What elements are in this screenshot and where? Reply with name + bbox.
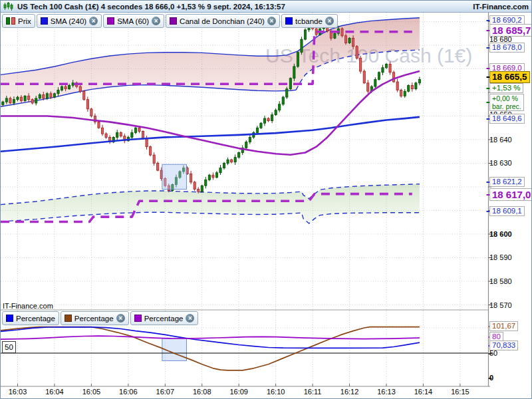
indicator-color-swatch	[6, 315, 13, 322]
brand-link[interactable]: IT-Finance.com	[473, 3, 529, 11]
close-icon[interactable]: ×	[116, 314, 125, 323]
chart-window: US Tech 100 Cash (1€) 4 secondes 18 666,…	[0, 0, 532, 399]
chip-label: SMA (60)	[117, 17, 149, 25]
indicator-color-swatch	[41, 17, 48, 25]
chip-label: Percentage	[144, 315, 184, 323]
chart-canvas[interactable]: US Tech 100 Cash (1€)	[1, 1, 532, 399]
close-icon[interactable]: ×	[89, 17, 98, 25]
indicator-color-swatch	[285, 17, 293, 25]
chip-percentage[interactable]: Percentage×	[61, 311, 129, 325]
price-down-swatch	[11, 17, 15, 25]
indicator-color-swatch	[107, 17, 114, 25]
chip-label: Canal de Donchian (240)	[180, 17, 265, 25]
chip-tcbande[interactable]: tcbande×	[281, 14, 338, 28]
chip-sma-60-[interactable]: SMA (60)×	[103, 14, 164, 28]
chip-label: Percentage	[74, 315, 114, 323]
chip-sma-240-[interactable]: SMA (240)×	[37, 14, 102, 28]
instrument-title: US Tech 100 Cash (1€) 4 secondes 18 666,…	[17, 3, 285, 11]
title-bar: US Tech 100 Cash (1€) 4 secondes 18 666,…	[1, 1, 531, 13]
indicator-color-swatch	[170, 17, 177, 25]
close-icon[interactable]: ×	[152, 17, 160, 25]
chip-canal-de-donchian-240-[interactable]: Canal de Donchian (240)×	[166, 14, 280, 28]
close-icon[interactable]: ×	[325, 17, 334, 25]
close-icon[interactable]: ×	[267, 17, 276, 25]
indicator-color-swatch	[65, 315, 72, 322]
chip-label: tcbande	[295, 17, 323, 25]
chip-label: Percentage	[16, 315, 55, 323]
chip-percentage[interactable]: Percentage	[2, 311, 59, 325]
chip-percentage[interactable]: Percentage×	[130, 311, 199, 325]
candlestick-icon	[3, 2, 14, 11]
oscillator-pane-brand: IT-Finance.com	[3, 302, 53, 310]
chip-label: SMA (240)	[51, 17, 86, 25]
oscillator-level-label: 50	[2, 341, 16, 353]
chip-label: Prix	[18, 17, 31, 25]
indicator-color-swatch	[134, 315, 142, 322]
close-icon[interactable]: ×	[186, 314, 194, 323]
chip-prix[interactable]: Prix	[2, 14, 35, 28]
price-up-swatch	[6, 17, 10, 25]
oscillator-chip-row: PercentagePercentage×Percentage×	[2, 311, 198, 325]
indicator-chip-row: PrixSMA (240)×SMA (60)×Canal de Donchian…	[2, 14, 338, 28]
